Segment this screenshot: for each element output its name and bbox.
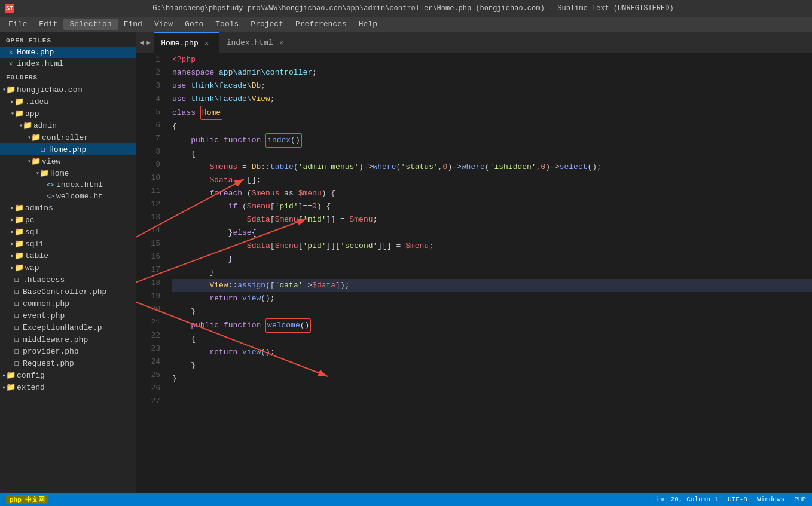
folder-admins[interactable]: ▸ 📁 admins [0,202,136,214]
folder-idea[interactable]: ▸ 📁 .idea [0,96,136,108]
folder-icon: 📁 [23,121,32,130]
code-line-9: public function index() [172,133,812,148]
code-line-15: $data[$menu['mid']] = $menu; [172,213,812,226]
open-file-home-php[interactable]: ✕ Home.php [0,47,136,58]
folder-icon: 📁 [6,85,16,94]
bottombar-right: Line 20, Column 1 UTF-8 Windows PHP [651,496,806,503]
folder-admin[interactable]: ▾ 📁 admin [0,119,136,131]
code-line-24: { [172,333,812,346]
open-file-index-html[interactable]: ✕ index.html [0,58,136,69]
menu-tools[interactable]: Tools [209,19,245,30]
folder-table[interactable]: ▸ 📁 table [0,250,136,262]
file-icon: ◻ [12,287,22,296]
code-line-1: <?php [172,53,812,66]
code-line-22: } [172,305,812,318]
menu-file[interactable]: File [2,19,33,30]
file-request[interactable]: ◻ Request.php [0,357,136,369]
menu-view[interactable]: View [148,19,179,30]
code-line-13: foreach ($menus as $menu) { [172,187,812,200]
file-htaccess[interactable]: ◻ .htaccess [0,274,136,286]
open-file-label: index.html [17,59,63,68]
close-icon[interactable]: ✕ [6,60,16,68]
file-icon: ◻ [12,311,22,320]
folder-icon: 📁 [31,157,41,166]
tab-index-html[interactable]: index.html ✕ [219,32,294,53]
folder-icon: 📁 [14,109,24,118]
folder-icon: 📁 [14,251,24,260]
folder-extend[interactable]: ▸ 📁 extend [0,381,136,393]
file-basecontroller[interactable]: ◻ BaseController.php [0,286,136,298]
folder-icon: 📁 [14,239,24,249]
file-event[interactable]: ◻ event.php [0,309,136,321]
code-line-25: return view(); [172,346,812,359]
menu-goto[interactable]: Goto [179,19,209,30]
folder-pc[interactable]: ▸ 📁 pc [0,214,136,226]
code-line-26: } [172,359,812,372]
bottombar: php 中文网 Line 20, Column 1 UTF-8 Windows … [0,493,812,506]
main-layout: OPEN FILES ✕ Home.php ✕ index.html FOLDE… [0,32,812,506]
editor-area: ◂ ▸ Home.php ✕ index.html ✕ 12345 678910… [136,32,812,506]
folder-hongjichao[interactable]: ▾ 📁 hongjichao.com [0,84,136,96]
folder-config[interactable]: ▸ 📁 config [0,369,136,381]
open-files-section: OPEN FILES [0,32,136,47]
folder-wap[interactable]: ▸ 📁 wap [0,262,136,274]
code-line-21: return view(); [172,292,812,305]
html-file-icon: <> [45,182,55,189]
folder-icon: 📁 [14,263,24,272]
menu-selection[interactable]: Selection [63,19,117,30]
encoding-info: UTF-8 [728,496,747,503]
menu-preferences[interactable]: Preferences [289,19,353,30]
line-numbers: 12345 678910 1112131415 1617181920 21222… [136,53,167,506]
code-line-12: $data = []; [172,174,812,187]
php-badge: php 中文网 [6,495,48,504]
folder-view[interactable]: ▾ 📁 view [0,155,136,167]
folder-home-view[interactable]: ▾ 📁 Home [0,167,136,179]
code-editor[interactable]: 12345 678910 1112131415 1617181920 21222… [136,53,812,506]
file-icon: ◻ [12,275,22,284]
tab-label: Home.php [161,39,198,48]
tab-home-php[interactable]: Home.php ✕ [154,32,219,53]
file-exceptionhandle[interactable]: ◻ ExceptionHandle.p [0,321,136,333]
menu-edit[interactable]: Edit [33,19,63,30]
file-home-php[interactable]: ◻ Home.php [0,143,136,155]
sidebar: OPEN FILES ✕ Home.php ✕ index.html FOLDE… [0,32,136,506]
file-middleware[interactable]: ◻ middleware.php [0,333,136,345]
folder-controller[interactable]: ▾ 📁 controller [0,131,136,143]
folder-icon: 📁 [14,203,24,213]
code-line-4: use think\facade\Db; [172,79,812,93]
nav-left-icon[interactable]: ◂ [139,36,145,48]
folder-icon: 📁 [14,215,24,225]
file-icon: ◻ [12,323,22,332]
app-icon: ST [5,4,14,13]
menu-help[interactable]: Help [353,19,383,30]
file-icon: ◻ [12,346,22,356]
folder-app[interactable]: ▾ 📁 app [0,108,136,119]
tab-nav-arrows[interactable]: ◂ ▸ [136,32,154,53]
code-lines: <?php namespace app\admin\controller; us… [167,53,812,506]
code-line-5: use think\facade\View; [172,93,812,106]
folder-icon: 📁 [6,370,16,380]
folder-sql1[interactable]: ▸ 📁 sql1 [0,238,136,250]
file-common[interactable]: ◻ common.php [0,298,136,309]
tabbar: ◂ ▸ Home.php ✕ index.html ✕ [136,32,812,53]
code-line-11: $menus = Db::table('admin_menus')->where… [172,161,812,174]
window-title: G:\biancheng\phpstudy_pro\WWW\hongjichao… [19,4,807,13]
folder-sql[interactable]: ▸ 📁 sql [0,226,136,238]
code-line-8: { [172,120,812,133]
file-index-html[interactable]: <> index.html [0,179,136,191]
code-line-23: public function welcome() [172,318,812,333]
menu-find[interactable]: Find [118,19,148,30]
close-icon[interactable]: ✕ [6,48,16,56]
folder-icon: 📁 [31,133,41,142]
folder-icon: 📁 [6,382,16,392]
code-line-18: } [172,253,812,266]
code-line-19: } [172,266,812,279]
tab-close-btn[interactable]: ✕ [202,38,212,48]
menu-project[interactable]: Project [245,19,289,30]
file-provider[interactable]: ◻ provider.php [0,345,136,357]
menubar: File Edit Selection Find View Goto Tools… [0,17,812,32]
nav-right-icon[interactable]: ▸ [146,36,152,48]
tab-close-btn[interactable]: ✕ [277,38,286,48]
file-welcome-html[interactable]: <> welcome.ht [0,191,136,202]
tab-label: index.html [227,38,273,47]
